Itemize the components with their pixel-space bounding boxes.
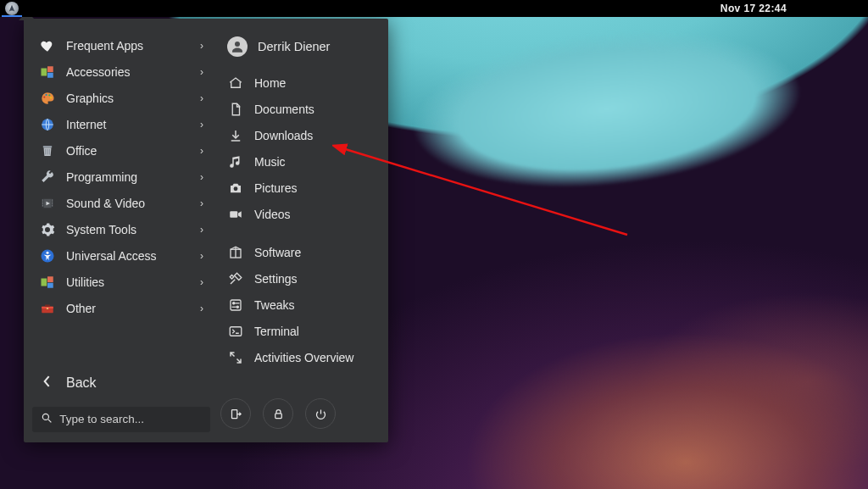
svg-point-4 xyxy=(45,93,47,95)
chevron-right-icon: › xyxy=(200,66,203,78)
category-sound-video[interactable]: Sound & Video › xyxy=(32,190,210,216)
category-label: Accessories xyxy=(66,65,200,79)
power-icon xyxy=(314,408,327,420)
application-menu: Frequent Apps › Accessories › Graphics ›… xyxy=(24,19,388,442)
chevron-right-icon: › xyxy=(200,171,203,183)
category-frequent-apps[interactable]: Frequent Apps › xyxy=(32,32,210,58)
back-button[interactable]: Back xyxy=(32,368,210,398)
toolbox-icon xyxy=(39,300,56,317)
category-label: Sound & Video xyxy=(66,197,200,210)
category-other[interactable]: Other › xyxy=(32,295,210,321)
gear-icon xyxy=(39,221,56,238)
globe-icon xyxy=(39,116,56,133)
terminal-icon xyxy=(227,323,244,340)
chevron-left-icon xyxy=(39,373,56,393)
category-accessories[interactable]: Accessories › xyxy=(32,58,210,85)
search-input[interactable] xyxy=(59,413,202,425)
system-label: Terminal xyxy=(254,325,375,338)
system-label: Settings xyxy=(254,272,375,286)
logout-button[interactable] xyxy=(220,398,251,429)
lock-button[interactable] xyxy=(263,398,293,429)
category-programming[interactable]: Programming › xyxy=(32,164,210,190)
trash-bin-icon xyxy=(39,142,56,159)
arch-logo-icon xyxy=(8,4,16,13)
svg-rect-8 xyxy=(43,146,53,147)
accessories-icon xyxy=(39,64,56,81)
category-label: Frequent Apps xyxy=(66,39,200,53)
user-row[interactable]: Derrik Diener xyxy=(220,32,381,61)
svg-rect-41 xyxy=(231,409,236,418)
category-label: Office xyxy=(66,144,200,158)
music-note-icon xyxy=(227,153,244,170)
activities-active-indicator xyxy=(2,15,22,17)
svg-rect-28 xyxy=(45,304,50,306)
system-label: Tweaks xyxy=(254,298,375,312)
category-label: Internet xyxy=(66,118,200,131)
clock[interactable]: Nov 17 22:44 xyxy=(721,3,787,14)
system-terminal[interactable]: Terminal xyxy=(220,318,381,344)
svg-rect-25 xyxy=(47,282,53,287)
category-office[interactable]: Office › xyxy=(32,137,210,164)
place-downloads[interactable]: Downloads xyxy=(220,122,381,148)
menu-categories-column: Frequent Apps › Accessories › Graphics ›… xyxy=(24,19,217,442)
svg-rect-16 xyxy=(52,199,53,200)
menu-places-column: Derrik Diener Home Documents Downloads M… xyxy=(217,19,388,442)
place-label: Music xyxy=(254,155,375,169)
power-button[interactable] xyxy=(305,398,336,429)
category-label: Other xyxy=(66,302,200,315)
svg-point-22 xyxy=(47,251,49,253)
svg-point-32 xyxy=(235,42,240,47)
accessibility-icon xyxy=(39,247,56,264)
category-system-tools[interactable]: System Tools › xyxy=(32,216,210,242)
category-internet[interactable]: Internet › xyxy=(32,111,210,137)
activities-button[interactable] xyxy=(5,2,19,15)
svg-rect-29 xyxy=(47,308,48,309)
place-music[interactable]: Music xyxy=(220,148,381,175)
category-label: Universal Access xyxy=(66,249,200,263)
place-label: Downloads xyxy=(254,129,375,142)
svg-rect-34 xyxy=(230,211,237,218)
svg-rect-2 xyxy=(47,72,53,77)
category-universal-access[interactable]: Universal Access › xyxy=(32,242,210,269)
place-label: Home xyxy=(254,76,375,90)
svg-point-5 xyxy=(48,94,50,96)
place-documents[interactable]: Documents xyxy=(220,96,381,122)
place-pictures[interactable]: Pictures xyxy=(220,175,381,201)
svg-point-3 xyxy=(43,96,45,97)
avatar-icon xyxy=(227,36,248,57)
search-box[interactable] xyxy=(32,407,210,432)
package-icon xyxy=(227,244,244,261)
system-software[interactable]: Software xyxy=(220,239,381,265)
svg-point-38 xyxy=(233,302,235,303)
place-label: Pictures xyxy=(254,181,375,195)
svg-rect-19 xyxy=(52,205,53,206)
chevron-right-icon: › xyxy=(200,303,203,314)
session-buttons xyxy=(220,398,381,432)
logout-icon xyxy=(230,408,242,420)
svg-rect-1 xyxy=(47,66,53,72)
svg-rect-24 xyxy=(47,276,53,282)
system-activities-overview[interactable]: Activities Overview xyxy=(220,344,381,370)
chevron-right-icon: › xyxy=(200,276,203,288)
svg-rect-17 xyxy=(52,201,53,202)
download-icon xyxy=(227,127,244,144)
category-label: System Tools xyxy=(66,223,200,236)
place-videos[interactable]: Videos xyxy=(220,201,381,227)
category-utilities[interactable]: Utilities › xyxy=(32,269,210,295)
lock-icon xyxy=(272,408,285,420)
svg-rect-40 xyxy=(230,326,242,336)
chevron-right-icon: › xyxy=(200,250,203,262)
chevron-right-icon: › xyxy=(200,119,203,131)
svg-rect-12 xyxy=(42,199,43,200)
chevron-right-icon: › xyxy=(200,224,203,236)
user-name: Derrik Diener xyxy=(258,40,330,53)
chevron-right-icon: › xyxy=(200,197,203,209)
system-label: Software xyxy=(254,246,375,259)
svg-rect-13 xyxy=(42,201,43,202)
system-settings[interactable]: Settings xyxy=(220,265,381,292)
chevron-right-icon: › xyxy=(200,92,203,104)
svg-rect-23 xyxy=(42,278,47,286)
place-home[interactable]: Home xyxy=(220,69,381,96)
system-tweaks[interactable]: Tweaks xyxy=(220,292,381,318)
category-graphics[interactable]: Graphics › xyxy=(32,85,210,111)
